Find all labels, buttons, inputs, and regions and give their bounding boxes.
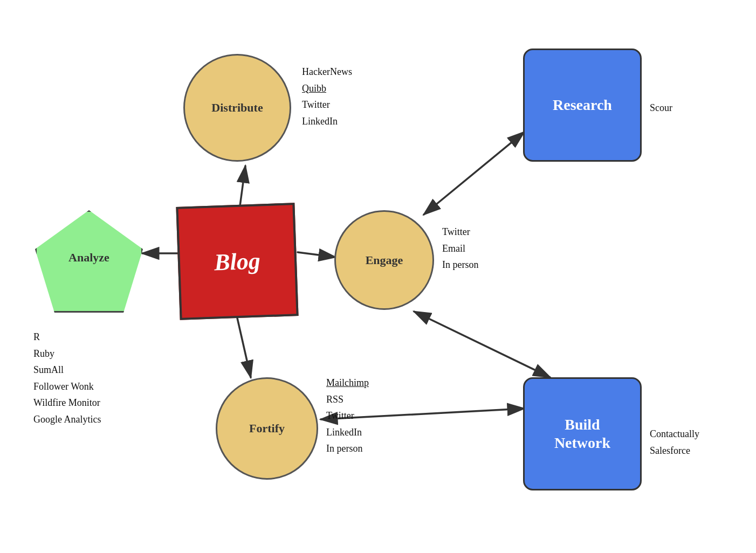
diagram-container: Blog Distribute Engage Fortify Analyze R… [0,0,756,553]
engage-label: Engage [366,253,403,267]
svg-line-2 [240,166,245,206]
buildnetwork-item-2: Salesforce [650,443,699,459]
fortify-item-4: LinkedIn [326,424,369,441]
fortify-item-1: Mailchimp [326,375,369,391]
analyze-item-1: R [33,329,101,345]
blog-label: Blog [214,247,260,276]
analyze-label: Analyze [35,251,143,265]
buildnetwork-node: BuildNetwork [523,377,642,490]
analyze-item-4: Follower Wonk [33,378,101,395]
blog-node: Blog [176,203,298,320]
research-node: Research [523,49,642,162]
distribute-label: Distribute [211,101,263,115]
fortify-item-5: In person [326,440,369,457]
analyze-item-3: SumAll [33,362,101,378]
distribute-node: Distribute [183,54,291,162]
research-label: Research [553,96,612,114]
analyze-item-6: Google Analytics [33,411,101,428]
buildnetwork-text-list: Contactually Salesforce [650,426,699,459]
svg-line-5 [298,252,335,257]
analyze-text-list: R Ruby SumAll Follower Wonk Wildfire Mon… [33,329,101,428]
svg-line-8 [414,312,550,377]
buildnetwork-item-1: Contactually [650,426,699,443]
buildnetwork-label: BuildNetwork [554,416,610,452]
distribute-item-1: HackerNews [302,64,352,80]
svg-line-6 [424,132,524,215]
engage-text-list: Twitter Email In person [442,224,478,273]
fortify-node: Fortify [216,377,318,480]
research-item-1: Scour [650,100,672,116]
distribute-item-3: Twitter [302,96,352,113]
distribute-item-2: Quibb [302,80,352,97]
analyze-item-2: Ruby [33,345,101,362]
fortify-text-list: Mailchimp RSS Twitter LinkedIn In person [326,375,369,457]
fortify-label: Fortify [249,421,285,436]
engage-item-1: Twitter [442,224,478,240]
engage-item-2: Email [442,240,478,257]
fortify-item-2: RSS [326,391,369,408]
distribute-item-4: LinkedIn [302,113,352,130]
research-text-list: Scour [650,100,672,116]
fortify-item-3: Twitter [326,407,369,424]
analyze-node: Analyze [35,210,143,313]
analyze-item-5: Wildfire Monitor [33,395,101,411]
engage-node: Engage [334,210,434,310]
svg-line-4 [237,318,251,377]
engage-item-3: In person [442,257,478,273]
distribute-text-list: HackerNews Quibb Twitter LinkedIn [302,64,352,129]
